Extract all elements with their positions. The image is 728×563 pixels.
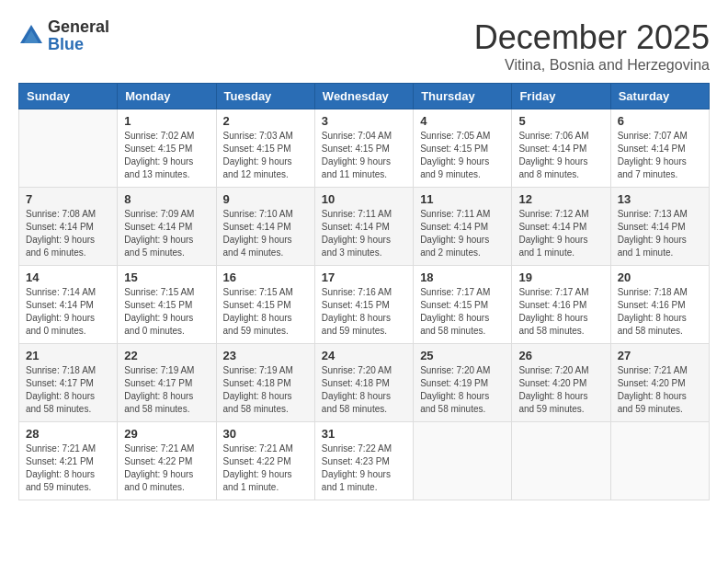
calendar-day-cell: 29Sunrise: 7:21 AM Sunset: 4:22 PM Dayli… [118,422,216,500]
weekday-header-wednesday: Wednesday [314,84,413,109]
weekday-header-row: SundayMondayTuesdayWednesdayThursdayFrid… [19,84,710,109]
day-number: 8 [124,192,209,206]
day-info: Sunrise: 7:14 AM Sunset: 4:14 PM Dayligh… [26,286,110,338]
day-number: 19 [518,270,603,284]
calendar-day-cell: 15Sunrise: 7:15 AM Sunset: 4:15 PM Dayli… [118,266,216,344]
calendar-day-cell: 2Sunrise: 7:03 AM Sunset: 4:15 PM Daylig… [216,109,314,188]
weekday-header-monday: Monday [118,84,216,109]
day-number: 15 [124,270,209,284]
day-info: Sunrise: 7:22 AM Sunset: 4:23 PM Dayligh… [322,442,406,494]
day-info: Sunrise: 7:15 AM Sunset: 4:15 PM Dayligh… [124,286,209,338]
logo-blue: Blue [48,35,84,53]
day-info: Sunrise: 7:11 AM Sunset: 4:14 PM Dayligh… [322,208,406,259]
day-info: Sunrise: 7:12 AM Sunset: 4:14 PM Dayligh… [518,208,603,259]
day-number: 12 [518,192,603,206]
day-number: 11 [420,192,505,206]
day-info: Sunrise: 7:08 AM Sunset: 4:14 PM Dayligh… [26,208,110,259]
day-info: Sunrise: 7:18 AM Sunset: 4:16 PM Dayligh… [618,286,702,338]
page-header: General Blue December 2025 Vitina, Bosni… [18,18,710,74]
calendar-day-cell [19,109,118,188]
calendar-day-cell: 16Sunrise: 7:15 AM Sunset: 4:15 PM Dayli… [216,266,314,344]
day-info: Sunrise: 7:07 AM Sunset: 4:14 PM Dayligh… [618,130,702,181]
day-info: Sunrise: 7:15 AM Sunset: 4:15 PM Dayligh… [223,286,308,338]
calendar-day-cell: 14Sunrise: 7:14 AM Sunset: 4:14 PM Dayli… [19,266,118,344]
day-number: 14 [26,270,110,284]
weekday-header-tuesday: Tuesday [216,84,314,109]
day-info: Sunrise: 7:04 AM Sunset: 4:15 PM Dayligh… [322,130,406,181]
day-number: 9 [223,192,308,206]
day-number: 13 [618,192,702,206]
weekday-header-sunday: Sunday [19,84,118,109]
day-info: Sunrise: 7:21 AM Sunset: 4:22 PM Dayligh… [223,442,308,494]
day-info: Sunrise: 7:16 AM Sunset: 4:15 PM Dayligh… [322,286,406,338]
month-title: December 2025 [474,18,710,57]
calendar-day-cell: 18Sunrise: 7:17 AM Sunset: 4:15 PM Dayli… [414,266,512,344]
day-number: 20 [618,270,702,284]
calendar-day-cell [610,422,709,500]
calendar-day-cell: 6Sunrise: 7:07 AM Sunset: 4:14 PM Daylig… [610,109,709,188]
logo-general: General [48,17,109,36]
calendar-day-cell: 27Sunrise: 7:21 AM Sunset: 4:20 PM Dayli… [610,344,709,422]
calendar-day-cell: 30Sunrise: 7:21 AM Sunset: 4:22 PM Dayli… [216,422,314,500]
calendar-day-cell: 13Sunrise: 7:13 AM Sunset: 4:14 PM Dayli… [610,188,709,266]
calendar-day-cell: 10Sunrise: 7:11 AM Sunset: 4:14 PM Dayli… [314,188,413,266]
logo-icon [18,23,44,49]
day-number: 16 [223,270,308,284]
calendar-day-cell: 12Sunrise: 7:12 AM Sunset: 4:14 PM Dayli… [512,188,610,266]
day-number: 30 [223,427,308,441]
calendar-day-cell: 5Sunrise: 7:06 AM Sunset: 4:14 PM Daylig… [512,109,610,188]
day-info: Sunrise: 7:06 AM Sunset: 4:14 PM Dayligh… [518,130,603,181]
day-number: 10 [322,192,406,206]
day-info: Sunrise: 7:05 AM Sunset: 4:15 PM Dayligh… [420,130,505,181]
day-number: 4 [420,114,505,128]
day-number: 17 [322,270,406,284]
day-number: 22 [124,349,209,362]
calendar-day-cell: 22Sunrise: 7:19 AM Sunset: 4:17 PM Dayli… [118,344,216,422]
day-info: Sunrise: 7:19 AM Sunset: 4:18 PM Dayligh… [223,364,308,416]
day-info: Sunrise: 7:09 AM Sunset: 4:14 PM Dayligh… [124,208,209,259]
day-info: Sunrise: 7:21 AM Sunset: 4:22 PM Dayligh… [124,442,209,494]
calendar-day-cell: 3Sunrise: 7:04 AM Sunset: 4:15 PM Daylig… [314,109,413,188]
day-number: 7 [26,192,110,206]
day-info: Sunrise: 7:17 AM Sunset: 4:15 PM Dayligh… [420,286,505,338]
day-number: 28 [26,427,110,441]
calendar-week-row: 14Sunrise: 7:14 AM Sunset: 4:14 PM Dayli… [19,266,710,344]
day-number: 26 [518,349,603,362]
day-info: Sunrise: 7:21 AM Sunset: 4:20 PM Dayligh… [618,364,702,416]
calendar-week-row: 21Sunrise: 7:18 AM Sunset: 4:17 PM Dayli… [19,344,710,422]
day-number: 24 [322,349,406,362]
calendar-week-row: 7Sunrise: 7:08 AM Sunset: 4:14 PM Daylig… [19,188,710,266]
calendar-day-cell: 19Sunrise: 7:17 AM Sunset: 4:16 PM Dayli… [512,266,610,344]
day-number: 31 [322,427,406,441]
calendar-day-cell: 11Sunrise: 7:11 AM Sunset: 4:14 PM Dayli… [414,188,512,266]
day-number: 18 [420,270,505,284]
calendar-day-cell: 9Sunrise: 7:10 AM Sunset: 4:14 PM Daylig… [216,188,314,266]
day-info: Sunrise: 7:11 AM Sunset: 4:14 PM Dayligh… [420,208,505,259]
calendar-day-cell: 28Sunrise: 7:21 AM Sunset: 4:21 PM Dayli… [19,422,118,500]
day-number: 1 [124,114,209,128]
day-info: Sunrise: 7:20 AM Sunset: 4:20 PM Dayligh… [518,364,603,416]
day-number: 6 [618,114,702,128]
calendar-day-cell: 7Sunrise: 7:08 AM Sunset: 4:14 PM Daylig… [19,188,118,266]
calendar-week-row: 1Sunrise: 7:02 AM Sunset: 4:15 PM Daylig… [19,109,710,188]
day-number: 3 [322,114,406,128]
calendar-day-cell [414,422,512,500]
day-number: 25 [420,349,505,362]
day-info: Sunrise: 7:10 AM Sunset: 4:14 PM Dayligh… [223,208,308,259]
day-info: Sunrise: 7:20 AM Sunset: 4:19 PM Dayligh… [420,364,505,416]
day-info: Sunrise: 7:17 AM Sunset: 4:16 PM Dayligh… [518,286,603,338]
day-info: Sunrise: 7:19 AM Sunset: 4:17 PM Dayligh… [124,364,209,416]
calendar-day-cell: 24Sunrise: 7:20 AM Sunset: 4:18 PM Dayli… [314,344,413,422]
day-info: Sunrise: 7:02 AM Sunset: 4:15 PM Dayligh… [124,130,209,181]
calendar-day-cell: 1Sunrise: 7:02 AM Sunset: 4:15 PM Daylig… [118,109,216,188]
title-area: December 2025 Vitina, Bosnia and Herzego… [474,18,710,74]
calendar-day-cell: 26Sunrise: 7:20 AM Sunset: 4:20 PM Dayli… [512,344,610,422]
weekday-header-saturday: Saturday [610,84,709,109]
day-info: Sunrise: 7:20 AM Sunset: 4:18 PM Dayligh… [322,364,406,416]
weekday-header-friday: Friday [512,84,610,109]
calendar-table: SundayMondayTuesdayWednesdayThursdayFrid… [18,83,710,500]
logo: General Blue [18,18,109,53]
calendar-day-cell: 25Sunrise: 7:20 AM Sunset: 4:19 PM Dayli… [414,344,512,422]
day-number: 2 [223,114,308,128]
calendar-day-cell [512,422,610,500]
